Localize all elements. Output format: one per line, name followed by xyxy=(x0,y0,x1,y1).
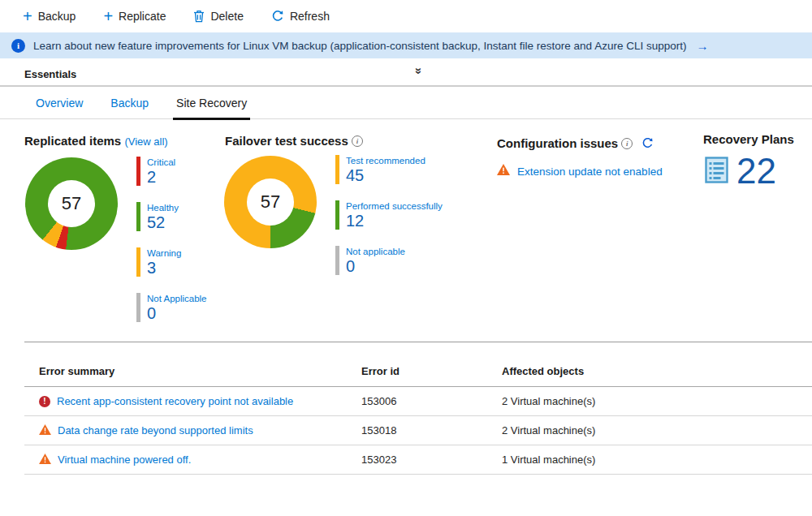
legend-item-not-applicable[interactable]: Not Applicable 0 xyxy=(136,293,207,322)
not-applicable-color-bar xyxy=(136,293,140,322)
replicated-items-donut-chart[interactable]: 57 xyxy=(25,157,118,250)
column-header-error-summary: Error summary xyxy=(24,365,361,377)
refresh-button-label: Refresh xyxy=(290,10,330,23)
info-outline-icon[interactable]: i xyxy=(352,135,363,147)
healthy-color-bar xyxy=(136,202,140,231)
replicated-items-title: Replicated items (View all) xyxy=(24,134,168,148)
banner-message[interactable]: Learn about new feature improvements for… xyxy=(33,40,686,52)
configuration-issue-link[interactable]: Extension update not enabled xyxy=(517,166,663,178)
table-row[interactable]: Data change rate beyond supported limits… xyxy=(24,416,812,445)
legend-item-warning[interactable]: Warning 3 xyxy=(136,247,207,277)
legend-item-critical[interactable]: Critical 2 xyxy=(136,157,207,186)
recovery-plan-list-icon xyxy=(705,157,728,187)
tab-overview[interactable]: Overview xyxy=(32,97,86,120)
warning-triangle-icon xyxy=(39,424,51,438)
warning-triangle-icon xyxy=(497,164,510,178)
arrow-right-icon[interactable]: → xyxy=(696,39,708,53)
error-id-cell: 153006 xyxy=(361,395,502,407)
performed-successfully-color-bar xyxy=(335,200,339,230)
recovery-plans-title: Recovery Plans xyxy=(703,132,794,146)
delete-button-label: Delete xyxy=(210,10,243,23)
essentials-bar: Essentials » xyxy=(0,62,812,87)
recovery-plans-count[interactable]: 22 xyxy=(736,152,776,191)
legend-item-performed-successfully[interactable]: Performed successfully 12 xyxy=(335,200,443,230)
error-id-cell: 153023 xyxy=(361,454,502,466)
tab-site-recovery[interactable]: Site Recovery xyxy=(173,97,250,120)
refresh-button[interactable]: Refresh xyxy=(271,10,330,23)
donut-center: 57 xyxy=(247,178,294,226)
column-header-affected-objects: Affected objects xyxy=(502,365,812,377)
table-row[interactable]: ! Recent app-consistent recovery point n… xyxy=(24,387,812,416)
info-icon: i xyxy=(11,39,25,53)
double-chevron-down-icon[interactable]: » xyxy=(412,67,426,74)
recovery-plans-metric[interactable]: 22 xyxy=(705,152,776,191)
error-summary-table: Error summary Error id Affected objects … xyxy=(24,342,812,475)
not-applicable-color-bar xyxy=(335,246,339,275)
plus-icon: + xyxy=(23,11,32,22)
info-outline-icon[interactable]: i xyxy=(621,138,633,149)
backup-button[interactable]: + Backup xyxy=(23,10,76,23)
replicate-button[interactable]: + Replicate xyxy=(103,10,166,23)
refresh-icon xyxy=(271,10,284,23)
essentials-label: Essentials xyxy=(24,68,76,80)
legend-item-not-applicable[interactable]: Not applicable 0 xyxy=(335,246,443,275)
warning-color-bar xyxy=(136,247,140,277)
site-recovery-dashboard: Replicated items (View all) 57 Critical … xyxy=(0,119,812,342)
table-row[interactable]: Virtual machine powered off. 153023 1 Vi… xyxy=(24,445,812,475)
configuration-issues-title: Configuration issues i xyxy=(497,136,654,152)
legend-item-healthy[interactable]: Healthy 52 xyxy=(136,202,207,231)
error-summary-link[interactable]: Data change rate beyond supported limits xyxy=(58,424,253,436)
affected-objects-cell: 2 Virtual machine(s) xyxy=(502,395,812,407)
plus-icon: + xyxy=(103,11,113,22)
notification-banner[interactable]: i Learn about new feature improvements f… xyxy=(0,32,812,58)
refresh-icon[interactable] xyxy=(641,138,654,152)
tab-bar: Overview Backup Site Recovery xyxy=(0,87,812,119)
failover-test-donut-chart[interactable]: 57 xyxy=(224,156,317,248)
failover-test-title: Failover test success i xyxy=(225,134,363,148)
affected-objects-cell: 2 Virtual machine(s) xyxy=(502,424,812,436)
error-summary-link[interactable]: Recent app-consistent recovery point not… xyxy=(57,395,293,407)
error-summary-link[interactable]: Virtual machine powered off. xyxy=(58,454,191,466)
configuration-issue-item[interactable]: Extension update not enabled xyxy=(497,164,663,178)
table-header-row: Error summary Error id Affected objects xyxy=(24,342,812,387)
failover-test-legend: Test recommended 45 Performed successful… xyxy=(335,155,443,275)
warning-triangle-icon xyxy=(39,453,51,467)
critical-icon: ! xyxy=(39,396,50,407)
delete-button[interactable]: Delete xyxy=(193,10,243,23)
replicated-items-total: 57 xyxy=(62,193,81,214)
error-id-cell: 153018 xyxy=(361,424,502,436)
command-bar: + Backup + Replicate Delete Refresh xyxy=(0,0,812,32)
test-recommended-color-bar xyxy=(335,155,339,184)
failover-test-total: 57 xyxy=(261,191,280,213)
critical-color-bar xyxy=(136,157,140,186)
tab-backup[interactable]: Backup xyxy=(107,97,152,120)
backup-button-label: Backup xyxy=(38,10,76,23)
replicated-items-legend: Critical 2 Healthy 52 Warning 3 Not Appl… xyxy=(136,157,207,322)
view-all-link[interactable]: (View all) xyxy=(124,135,167,148)
column-header-error-id: Error id xyxy=(361,365,502,377)
trash-icon xyxy=(193,10,205,23)
donut-center: 57 xyxy=(48,180,95,227)
affected-objects-cell: 1 Virtual machine(s) xyxy=(502,454,812,466)
legend-item-test-recommended[interactable]: Test recommended 45 xyxy=(335,155,443,184)
replicate-button-label: Replicate xyxy=(119,10,166,23)
